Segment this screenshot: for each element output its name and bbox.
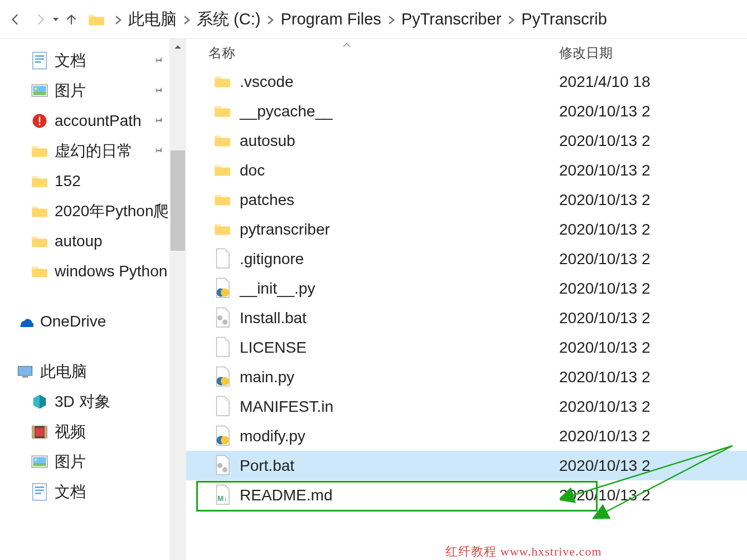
column-header[interactable]: 名称 修改日期 bbox=[186, 39, 747, 67]
svg-rect-22 bbox=[35, 486, 44, 488]
crumb-1[interactable]: 系统 (C:) bbox=[197, 8, 260, 31]
nav-forward-button[interactable] bbox=[28, 7, 52, 32]
file-name: __init__.py bbox=[240, 280, 315, 298]
sidebar-item[interactable]: 视频 bbox=[0, 417, 186, 447]
sidebar-item[interactable]: autoup bbox=[0, 226, 186, 256]
sidebar-item-label: accountPath bbox=[55, 112, 142, 130]
file-row[interactable]: __pycache__2020/10/13 2 bbox=[186, 96, 747, 126]
sidebar-item-label: 视频 bbox=[55, 421, 86, 442]
column-name[interactable]: 名称 bbox=[186, 44, 557, 62]
svg-point-20 bbox=[35, 459, 37, 461]
file-date: 2021/4/10 18 bbox=[557, 73, 747, 91]
file-name: modify.py bbox=[240, 427, 305, 445]
file-row[interactable]: pytranscriber2020/10/13 2 bbox=[186, 215, 747, 244]
svg-rect-2 bbox=[35, 59, 44, 60]
file-row[interactable]: modify.py2020/10/13 2 bbox=[186, 421, 747, 451]
file-list[interactable]: .vscode2021/4/10 18__pycache__2020/10/13… bbox=[186, 67, 747, 560]
file-name: autosub bbox=[240, 132, 295, 150]
sidebar-thispc[interactable]: 此电脑 bbox=[0, 357, 186, 387]
file-row[interactable]: patches2020/10/13 2 bbox=[186, 185, 747, 215]
svg-rect-16 bbox=[36, 428, 44, 436]
sidebar-item[interactable]: windows Python bbox=[0, 256, 186, 286]
onedrive-icon bbox=[17, 313, 33, 330]
nav-back-button[interactable] bbox=[3, 7, 28, 32]
sidebar-item-label: 3D 对象 bbox=[55, 391, 110, 412]
file-row[interactable]: LICENSE2020/10/13 2 bbox=[186, 333, 747, 362]
chevron-right-icon[interactable] bbox=[182, 10, 191, 28]
folder-icon bbox=[214, 74, 231, 90]
sidebar: 文档图片accountPath虚幻的日常1522020年Python爬autou… bbox=[0, 39, 186, 560]
pic-icon bbox=[31, 82, 48, 99]
file-row[interactable]: doc2020/10/13 2 bbox=[186, 155, 747, 185]
bat-icon bbox=[214, 457, 231, 474]
doc-icon bbox=[31, 484, 48, 500]
bat-icon bbox=[214, 310, 231, 327]
folder-icon bbox=[214, 162, 231, 179]
crumb-4[interactable]: PyTranscrib bbox=[521, 10, 607, 28]
folder-icon bbox=[31, 173, 48, 189]
py-icon bbox=[214, 369, 231, 386]
file-name: patches bbox=[240, 191, 294, 209]
scroll-up-icon[interactable] bbox=[169, 39, 186, 56]
file-row[interactable]: autosub2020/10/13 2 bbox=[186, 126, 747, 155]
file-row[interactable]: .vscode2021/4/10 18 bbox=[186, 67, 747, 96]
folder-icon bbox=[88, 12, 105, 27]
file-row[interactable]: Port.bat2020/10/13 2 bbox=[186, 451, 747, 480]
folder-icon bbox=[31, 233, 48, 250]
sidebar-item-label: OneDrive bbox=[40, 313, 106, 330]
chevron-right-icon[interactable] bbox=[114, 10, 123, 28]
sidebar-item-label: 文档 bbox=[55, 50, 86, 71]
file-row[interactable]: MANIFEST.in2020/10/13 2 bbox=[186, 392, 747, 421]
svg-point-26 bbox=[221, 289, 229, 297]
folder-icon bbox=[31, 203, 48, 220]
crumb-2[interactable]: Program Files bbox=[280, 10, 381, 28]
svg-point-32 bbox=[221, 436, 229, 445]
file-row[interactable]: main.py2020/10/13 2 bbox=[186, 362, 747, 392]
sidebar-item[interactable]: 虚幻的日常 bbox=[0, 136, 186, 166]
svg-rect-0 bbox=[33, 52, 47, 69]
scroll-thumb[interactable] bbox=[171, 150, 185, 251]
chevron-right-icon[interactable] bbox=[266, 10, 275, 28]
folder-icon bbox=[214, 103, 231, 120]
file-icon bbox=[214, 251, 231, 267]
folder-icon bbox=[214, 192, 231, 208]
sidebar-item[interactable]: 3D 对象 bbox=[0, 387, 186, 417]
file-name: .vscode bbox=[240, 73, 294, 91]
sidebar-scrollbar[interactable] bbox=[169, 39, 186, 560]
sidebar-item-label: 2020年Python爬 bbox=[55, 201, 169, 222]
sidebar-item[interactable]: accountPath bbox=[0, 106, 186, 136]
sidebar-item[interactable]: 文档 bbox=[0, 46, 186, 76]
file-row[interactable]: .gitignore2020/10/13 2 bbox=[186, 244, 747, 274]
file-name: __pycache__ bbox=[240, 103, 333, 120]
nav-up-button[interactable] bbox=[59, 7, 84, 32]
file-date: 2020/10/13 2 bbox=[557, 103, 747, 120]
breadcrumb[interactable]: 此电脑 系统 (C:) Program Files PyTranscriber … bbox=[88, 8, 607, 31]
chevron-right-icon[interactable] bbox=[387, 10, 396, 28]
chevron-right-icon[interactable] bbox=[507, 10, 516, 28]
file-date: 2020/10/13 2 bbox=[557, 457, 747, 475]
sidebar-item[interactable]: 2020年Python爬 bbox=[0, 196, 186, 226]
file-name: Install.bat bbox=[240, 309, 307, 327]
file-name: main.py bbox=[240, 368, 294, 386]
sidebar-onedrive[interactable]: OneDrive bbox=[0, 306, 186, 337]
svg-point-33 bbox=[217, 463, 222, 468]
file-row[interactable]: Install.bat2020/10/13 2 bbox=[186, 303, 747, 333]
crumb-3[interactable]: PyTranscriber bbox=[401, 10, 501, 28]
file-row[interactable]: M↓README.md2020/10/13 2 bbox=[186, 480, 747, 510]
sidebar-item[interactable]: 文档 bbox=[0, 477, 186, 507]
sidebar-item[interactable]: 图片 bbox=[0, 76, 186, 106]
file-name: Port.bat bbox=[240, 457, 294, 475]
sidebar-item[interactable]: 152 bbox=[0, 166, 186, 196]
column-date[interactable]: 修改日期 bbox=[557, 44, 747, 62]
svg-point-27 bbox=[217, 315, 222, 320]
crumb-0[interactable]: 此电脑 bbox=[128, 8, 177, 31]
sidebar-item[interactable]: 图片 bbox=[0, 447, 186, 477]
pin-icon bbox=[152, 82, 164, 100]
file-row[interactable]: __init__.py2020/10/13 2 bbox=[186, 274, 747, 303]
folder-icon bbox=[214, 221, 231, 238]
svg-rect-1 bbox=[35, 55, 44, 57]
file-date: 2020/10/13 2 bbox=[557, 191, 747, 209]
recent-dropdown[interactable] bbox=[52, 16, 59, 23]
svg-rect-11 bbox=[18, 366, 32, 375]
sidebar-item-label: 图片 bbox=[55, 80, 86, 101]
